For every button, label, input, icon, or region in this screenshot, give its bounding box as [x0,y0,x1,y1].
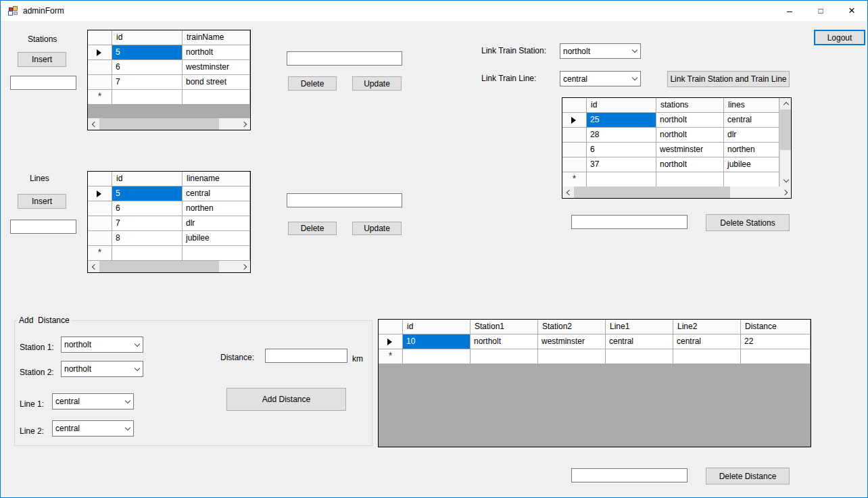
grid-cell[interactable]: 10 [403,334,471,349]
scroll-up-button[interactable] [780,98,791,109]
grid-cell[interactable]: 28 [587,128,656,143]
delete-station-button[interactable]: Delete [288,76,337,91]
scroll-left-button[interactable] [88,118,99,130]
delete-line-button[interactable]: Delete [288,222,337,235]
grid-cell[interactable]: northolt [656,157,724,172]
column-header[interactable]: id [587,98,656,113]
grid-cell[interactable]: 7 [112,216,183,231]
horizontal-scrollbar[interactable] [562,186,791,198]
scrollbar-thumb[interactable] [780,109,791,150]
grid-cell[interactable]: westminster [538,334,606,349]
grid-cell[interactable]: northolt [183,45,250,60]
grid-cell[interactable]: northolt [471,334,538,349]
scroll-left-button[interactable] [88,261,99,272]
grid-cell[interactable] [471,349,538,364]
grid-cell[interactable] [673,349,741,364]
grid-cell[interactable]: dlr [724,128,779,143]
combobox-dropdown-button[interactable] [131,362,143,376]
grid-cell[interactable]: northen [724,143,779,157]
delete-distance-input[interactable] [571,468,688,482]
grid-cell[interactable]: 5 [112,186,183,201]
combobox-dropdown-button[interactable] [122,421,133,436]
station-name-input[interactable] [10,76,76,90]
grid-cell[interactable]: 25 [587,113,656,128]
station2-combobox[interactable]: northolt [61,361,143,377]
scrollbar-track[interactable] [780,109,791,175]
row-header[interactable]: * [88,90,112,105]
column-header[interactable]: lines [724,98,779,113]
grid-cell[interactable]: dlr [183,216,250,231]
link-station-line-button[interactable]: Link Train Station and Train Line [667,71,790,87]
grid-cell[interactable]: 5 [112,45,183,60]
grid-cell[interactable]: central [183,186,250,201]
grid-cell[interactable]: westminster [183,60,250,75]
grid-cell[interactable]: westminster [656,143,724,157]
update-line-button[interactable]: Update [352,222,402,235]
grid-cell[interactable]: central [724,113,779,128]
scrollbar-thumb[interactable] [99,261,219,272]
horizontal-scrollbar[interactable] [88,261,250,272]
row-header[interactable] [88,75,112,90]
line-name-input[interactable] [10,220,76,234]
row-header[interactable] [88,45,112,60]
grid-cell[interactable] [112,90,183,105]
delete-stations-button[interactable]: Delete Stations [706,214,790,231]
grid-cell[interactable]: 7 [112,75,183,90]
scroll-right-button[interactable] [239,261,250,272]
maximize-icon[interactable]: □ [805,1,836,21]
row-header[interactable]: * [562,172,587,186]
grid-cell[interactable]: jubilee [724,157,779,172]
delete-stations-input[interactable] [571,215,688,229]
grid-cell[interactable]: 8 [112,231,183,246]
grid-cell[interactable]: jubilee [183,231,250,246]
combobox-dropdown-button[interactable] [629,72,640,86]
column-header[interactable]: Station2 [538,320,606,334]
grid-cell[interactable] [403,349,471,364]
scroll-right-button[interactable] [239,118,250,130]
grid-cell[interactable] [183,246,250,261]
grid-cell[interactable]: 6 [112,201,183,216]
row-header[interactable] [562,143,587,157]
column-header[interactable]: stations [656,98,724,113]
row-header[interactable] [562,128,587,143]
update-station-button[interactable]: Update [352,76,402,91]
link-train-station-combobox[interactable]: northolt [560,43,641,59]
column-header[interactable]: id [112,172,183,186]
grid-corner[interactable] [88,172,112,186]
column-header[interactable]: trainName [183,30,250,45]
station1-combobox[interactable]: northolt [61,337,143,353]
column-header[interactable]: Line2 [673,320,741,334]
grid-corner[interactable] [379,320,403,334]
row-header[interactable] [88,231,112,246]
add-distance-button[interactable]: Add Distance [226,388,346,411]
grid-cell[interactable]: northolt [656,128,724,143]
grid-cell[interactable]: bond street [183,75,250,90]
column-header[interactable]: Distance [741,320,811,334]
minimize-icon[interactable]: – [774,1,805,21]
scrollbar-track[interactable] [574,186,779,198]
line2-combobox[interactable]: central [52,420,134,437]
scroll-down-button[interactable] [780,175,791,186]
scrollbar-thumb[interactable] [574,186,730,198]
grid-cell[interactable]: 6 [587,143,656,157]
scroll-right-button[interactable] [779,186,791,198]
column-header[interactable]: linename [183,172,250,186]
row-header[interactable]: * [88,246,112,261]
column-header[interactable]: id [403,320,471,334]
grid-cell[interactable] [656,172,724,186]
grid-cell[interactable]: 22 [741,334,811,349]
distance-input[interactable] [265,349,347,363]
grid-cell[interactable] [587,172,656,186]
delete-distance-button[interactable]: Delete Distance [706,468,790,484]
vertical-scrollbar[interactable] [779,98,791,186]
insert-line-button[interactable]: Insert [18,194,66,209]
grid-cell[interactable]: northen [183,201,250,216]
grid-corner[interactable] [88,30,112,45]
grid-cell[interactable] [538,349,606,364]
scroll-left-button[interactable] [562,186,574,198]
combobox-dropdown-button[interactable] [629,44,640,58]
grid-cell[interactable]: central [673,334,741,349]
station-edit-input[interactable] [287,51,402,66]
row-header[interactable] [562,157,587,172]
row-header[interactable]: * [379,349,403,364]
